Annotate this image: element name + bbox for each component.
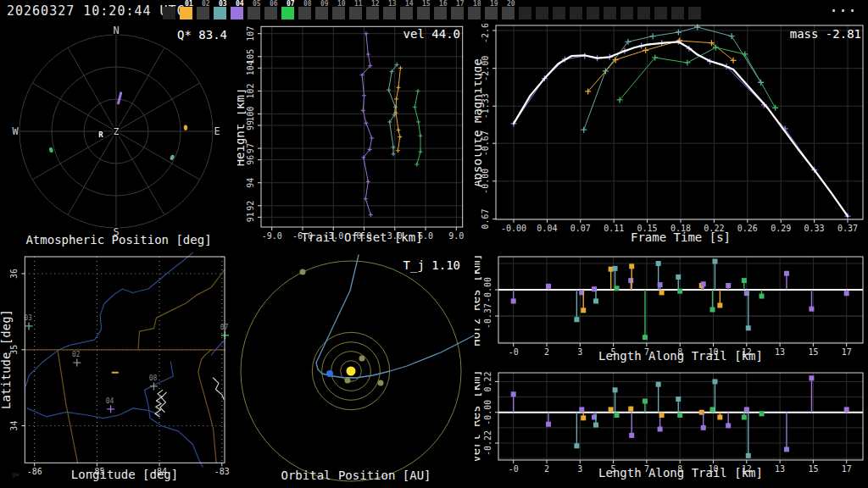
label-text: Trail Offset [km] xyxy=(301,230,422,244)
station-indicator-empty[interactable] xyxy=(688,7,701,19)
station-indicator-10[interactable] xyxy=(332,7,345,19)
plus-marker xyxy=(73,359,81,367)
station-indicator-empty[interactable] xyxy=(587,7,599,19)
station-indicator-05[interactable] xyxy=(248,7,260,19)
label-text: Horz Res [km] xyxy=(475,253,482,347)
residual-marker xyxy=(676,274,681,280)
station-indicator-09[interactable] xyxy=(315,7,328,19)
label-text: 02 xyxy=(72,351,81,358)
meteoroid-trajectory xyxy=(316,255,474,378)
label-text: 96 xyxy=(246,155,255,165)
series-green xyxy=(620,47,776,108)
station-indicator-empty[interactable] xyxy=(604,7,616,19)
border-line xyxy=(138,270,225,350)
station-indicator-empty[interactable] xyxy=(637,7,650,19)
residual-marker xyxy=(844,407,849,412)
station-indicator-empty[interactable] xyxy=(671,7,684,19)
station-indicator-empty[interactable] xyxy=(163,7,175,19)
station-indicator-18[interactable] xyxy=(468,7,481,19)
plus-marker xyxy=(361,108,365,113)
label-text: 13 xyxy=(775,464,785,474)
station-indicator-empty[interactable] xyxy=(570,7,582,19)
station-indicator-07[interactable] xyxy=(281,7,294,19)
station-indicator-15[interactable] xyxy=(417,7,430,19)
overflow-menu-button[interactable]: ... xyxy=(830,0,858,15)
plus-marker xyxy=(364,121,368,125)
station-number-label: 19 xyxy=(490,1,498,8)
label-text: 34 xyxy=(9,421,19,431)
label-text: Length Along Trail [km] xyxy=(598,466,763,480)
river-line xyxy=(25,252,193,386)
residual-marker xyxy=(726,283,731,288)
label-text: Frame Time [s] xyxy=(631,230,731,244)
station-number-label: 16 xyxy=(439,1,448,8)
plot xyxy=(261,26,463,227)
station-indicator-empty[interactable] xyxy=(536,7,548,19)
plus-marker xyxy=(415,163,419,167)
residual-marker xyxy=(643,399,648,404)
label-text: 0.11 xyxy=(604,224,624,233)
label-text: 17 xyxy=(842,464,852,474)
station-number-label: 17 xyxy=(456,1,465,8)
residual-marker xyxy=(759,294,764,299)
station-indicator-03[interactable] xyxy=(214,7,226,19)
top-bar: 20260327 10:20:44 UTC 010203040506070809… xyxy=(0,0,868,24)
station-number-label: 11 xyxy=(354,1,363,8)
label-text: 08 xyxy=(149,374,158,382)
station-indicator-empty[interactable] xyxy=(519,7,531,19)
label-text: -86 xyxy=(27,467,42,476)
label-text: 0.07 xyxy=(570,224,591,233)
label-text: 0.22 xyxy=(483,371,492,391)
station-number-label: 05 xyxy=(253,1,261,8)
station-number-label: 15 xyxy=(422,1,431,8)
plus-marker xyxy=(729,33,735,39)
label-text: -9.0 xyxy=(262,231,282,241)
station-indicator-empty[interactable] xyxy=(654,7,667,19)
station-indicator-04[interactable] xyxy=(231,7,243,19)
station-indicator-08[interactable] xyxy=(298,7,311,19)
label-text: 94 xyxy=(246,178,255,188)
station-indicator-20[interactable] xyxy=(502,7,515,19)
label-text: Longitude [deg] xyxy=(71,468,178,481)
station-indicator-12[interactable] xyxy=(366,7,379,19)
station-number-label: 20 xyxy=(507,1,515,8)
grid xyxy=(496,25,863,219)
residual-marker xyxy=(712,379,717,384)
urban-area-outline xyxy=(155,390,163,416)
station-indicator-17[interactable] xyxy=(451,7,464,19)
label-text: 91 xyxy=(246,212,255,222)
station-indicator-16[interactable] xyxy=(434,7,447,19)
residual-marker xyxy=(643,335,648,340)
residual-marker xyxy=(677,289,682,294)
station-indicator-11[interactable] xyxy=(349,7,362,19)
residual-marker xyxy=(574,443,579,448)
residual-marker xyxy=(712,258,717,263)
label-text: Length Along Trail [km] xyxy=(598,349,763,363)
label-text: gw xyxy=(12,471,19,478)
grid xyxy=(498,257,863,343)
station-indicator-empty[interactable] xyxy=(553,7,565,19)
label-text: 13 xyxy=(775,347,785,357)
residual-marker xyxy=(717,302,722,308)
station-indicator-19[interactable] xyxy=(485,7,498,19)
panel-absolute-magnitude: -0.000.040.070.110.150.180.220.260.290.3… xyxy=(475,24,868,252)
station-indicator-14[interactable] xyxy=(400,7,413,19)
label-text: R xyxy=(98,130,103,139)
plus-marker xyxy=(684,59,690,65)
station-indicator-empty[interactable] xyxy=(620,7,633,19)
station-number-label: 09 xyxy=(320,1,329,8)
station-indicator-06[interactable] xyxy=(264,7,277,19)
residual-marker xyxy=(710,407,715,412)
station-indicator-02[interactable] xyxy=(197,7,209,19)
panel-orbital-position: T_j 1.10Orbital Position [AU] xyxy=(237,252,475,488)
planet-dot xyxy=(300,269,306,275)
station-indicator-01[interactable] xyxy=(180,7,192,19)
utc-timestamp: 20260327 10:20:44 UTC xyxy=(7,3,186,19)
plus-marker xyxy=(366,53,370,57)
label-text: 17 xyxy=(842,347,852,357)
meteor-streak-marker xyxy=(119,93,121,103)
station-number-label: 08 xyxy=(303,1,312,8)
station-indicator-13[interactable] xyxy=(383,7,396,19)
residual-marker xyxy=(609,407,614,412)
label-text: 0.67 xyxy=(481,208,490,229)
